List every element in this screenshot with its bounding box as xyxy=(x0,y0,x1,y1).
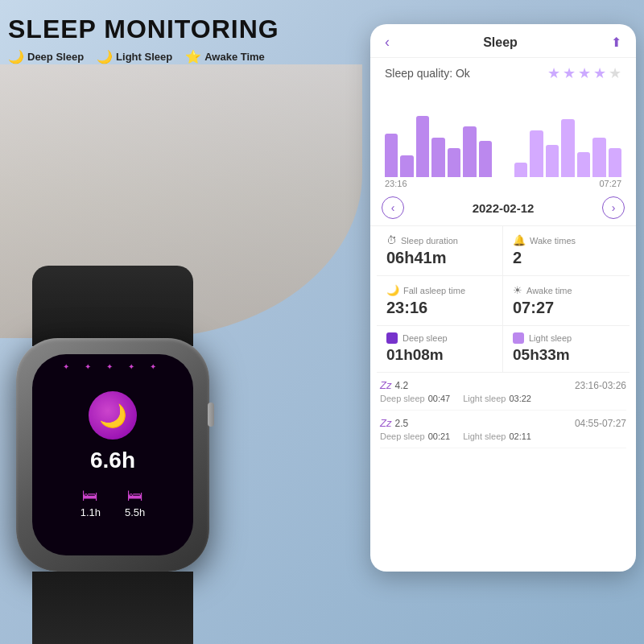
session-1-score: Zz 4.2 xyxy=(380,379,408,391)
awake-time-value: 07:27 xyxy=(513,299,620,317)
watch-band-top xyxy=(32,266,193,346)
deep-sleep-type-value: 01h08m xyxy=(386,346,493,364)
deep-sleep-indicator: Deep sleep xyxy=(386,332,493,344)
session-2-time-range: 04:55-07:27 xyxy=(575,418,626,429)
stat-awake-time: ☀ Awake time 07:27 xyxy=(503,276,630,326)
watch-light-sleep-val: 5.5h xyxy=(125,506,145,518)
sleep-quality-label: Sleep quality: Ok xyxy=(385,67,470,80)
watch-stars-decoration: ✦ ✦ ✦ ✦ ✦ xyxy=(32,362,193,371)
session-1-light-val: 03:22 xyxy=(509,394,531,403)
chart-label-right: 07:27 xyxy=(599,179,621,188)
date-nav: ‹ 2022-02-12 › xyxy=(370,190,636,225)
phone-app-title: Sleep xyxy=(483,35,518,50)
legend-deep-sleep: 🌙 Deep Sleep xyxy=(8,49,84,64)
awake-time-icon: ⭐ xyxy=(185,49,201,64)
session-2-details: Deep sleep 00:21 Light sleep 02:11 xyxy=(380,431,626,441)
bar-l5 xyxy=(448,148,460,177)
fall-asleep-value: 23:16 xyxy=(386,299,493,317)
watch-outer: ✦ ✦ ✦ ✦ ✦ 6.6h 🛏 1.1h 🛏 5.5h xyxy=(16,338,209,572)
bar-l4 xyxy=(431,138,444,178)
bar-l2 xyxy=(400,155,413,177)
wake-times-icon: 🔔 xyxy=(513,234,526,246)
sleep-duration-value: 06h41m xyxy=(386,249,493,267)
session-1-details: Deep sleep 00:47 Light sleep 03:22 xyxy=(380,394,626,403)
session-2-deep: Deep sleep 00:21 xyxy=(380,431,450,441)
sleep-duration-label-row: ⏱ Sleep duration xyxy=(386,234,493,246)
sessions-list: Zz 4.2 23:16-03:26 Deep sleep 00:47 Ligh… xyxy=(370,373,636,572)
legend-awake-label: Awake Time xyxy=(204,51,265,63)
date-next-button[interactable]: › xyxy=(602,196,625,219)
light-sleep-icon: 🌙 xyxy=(97,49,113,64)
phone-header: ‹ Sleep ⬆ xyxy=(370,24,636,58)
wake-times-label: Wake times xyxy=(530,236,576,246)
star-4: ★ xyxy=(593,64,606,82)
bar-l1 xyxy=(385,134,398,177)
light-sleep-color-box xyxy=(513,332,524,344)
session-1-deep-label: Deep sleep xyxy=(380,394,425,403)
sleep-duration-icon: ⏱ xyxy=(386,234,397,246)
sleep-duration-label: Sleep duration xyxy=(401,236,458,246)
session-1-deep-val: 00:47 xyxy=(428,394,451,403)
legend-light-sleep-label: Light Sleep xyxy=(116,51,172,63)
wake-times-value: 2 xyxy=(513,249,620,267)
session-1-light: Light sleep 03:22 xyxy=(463,394,531,403)
watch-band-bottom xyxy=(32,572,193,644)
stats-grid: ⏱ Sleep duration 06h41m 🔔 Wake times 2 🌙… xyxy=(370,225,636,326)
watch-light-sleep-icon: 🛏 xyxy=(127,486,143,505)
star-1: ★ xyxy=(547,64,560,82)
session-2-score: Zz 2.5 xyxy=(380,417,408,429)
light-sleep-type-value: 05h33m xyxy=(513,346,620,364)
watch-screen: ✦ ✦ ✦ ✦ ✦ 6.6h 🛏 1.1h 🛏 5.5h xyxy=(32,354,193,555)
session-1-header: Zz 4.2 23:16-03:26 xyxy=(380,379,626,391)
share-icon[interactable]: ⬆ xyxy=(611,35,621,50)
bar-r4 xyxy=(561,119,574,177)
zz-icon-1: Zz xyxy=(380,379,391,391)
awake-time-label-row: ☀ Awake time xyxy=(513,284,620,296)
title-area: SLEEP MONITORING 🌙 Deep Sleep 🌙 Light Sl… xyxy=(8,14,279,64)
date-display: 2022-02-12 xyxy=(473,201,535,215)
date-prev-button[interactable]: ‹ xyxy=(382,196,404,219)
star-5: ★ xyxy=(609,64,621,82)
watch-deep-sleep-val: 1.1h xyxy=(80,506,101,518)
bar-r1 xyxy=(514,163,527,177)
awake-time-icon: ☀ xyxy=(513,284,522,296)
session-1-light-label: Light sleep xyxy=(463,394,506,403)
session-1-time-range: 23:16-03:26 xyxy=(575,380,626,391)
legend-deep-sleep-label: Deep Sleep xyxy=(27,51,84,63)
fall-asleep-label: Fall asleep time xyxy=(403,286,465,295)
legend-light-sleep: 🌙 Light Sleep xyxy=(97,49,172,64)
session-item-1: Zz 4.2 23:16-03:26 Deep sleep 00:47 Ligh… xyxy=(380,373,626,411)
watch-deep-sleep-icon: 🛏 xyxy=(82,486,98,505)
main-title: SLEEP MONITORING xyxy=(8,14,279,44)
chart-bars-right xyxy=(514,105,621,177)
watch-moon-icon xyxy=(89,391,137,440)
sleep-quality-row: Sleep quality: Ok ★ ★ ★ ★ ★ xyxy=(370,58,636,89)
watch-time-display: 6.6h xyxy=(90,448,135,473)
chart-gap xyxy=(495,89,511,177)
back-button[interactable]: ‹ xyxy=(385,34,390,51)
session-2-light-val: 02:11 xyxy=(509,431,531,441)
watch-light-sleep-item: 🛏 5.5h xyxy=(125,486,145,518)
chart-area xyxy=(370,89,636,177)
chart-bars-left xyxy=(385,105,492,177)
deep-sleep-color-box xyxy=(386,332,398,344)
fall-asleep-icon: 🌙 xyxy=(386,284,399,296)
session-2-deep-label: Deep sleep xyxy=(380,431,425,441)
deep-sleep-icon: 🌙 xyxy=(8,49,24,64)
bar-r6 xyxy=(592,138,605,178)
light-sleep-indicator: Light sleep xyxy=(513,332,620,344)
watch-container: ✦ ✦ ✦ ✦ ✦ 6.6h 🛏 1.1h 🛏 5.5h xyxy=(0,282,242,620)
watch-deep-sleep-item: 🛏 1.1h xyxy=(80,486,101,518)
session-2-header: Zz 2.5 04:55-07:27 xyxy=(380,417,626,429)
bar-l6 xyxy=(463,126,476,177)
bar-r7 xyxy=(609,148,621,177)
bar-r2 xyxy=(530,130,543,178)
bar-r5 xyxy=(577,152,590,178)
deep-sleep-cell: Deep sleep 01h08m xyxy=(377,326,503,373)
session-1-score-value: 4.2 xyxy=(394,380,408,391)
stat-sleep-duration: ⏱ Sleep duration 06h41m xyxy=(377,226,503,276)
sleep-type-row: Deep sleep 01h08m Light sleep 05h33m xyxy=(370,326,636,373)
star-3: ★ xyxy=(578,64,591,82)
watch-crown xyxy=(208,402,214,427)
stars-row: ★ ★ ★ ★ ★ xyxy=(547,64,621,82)
